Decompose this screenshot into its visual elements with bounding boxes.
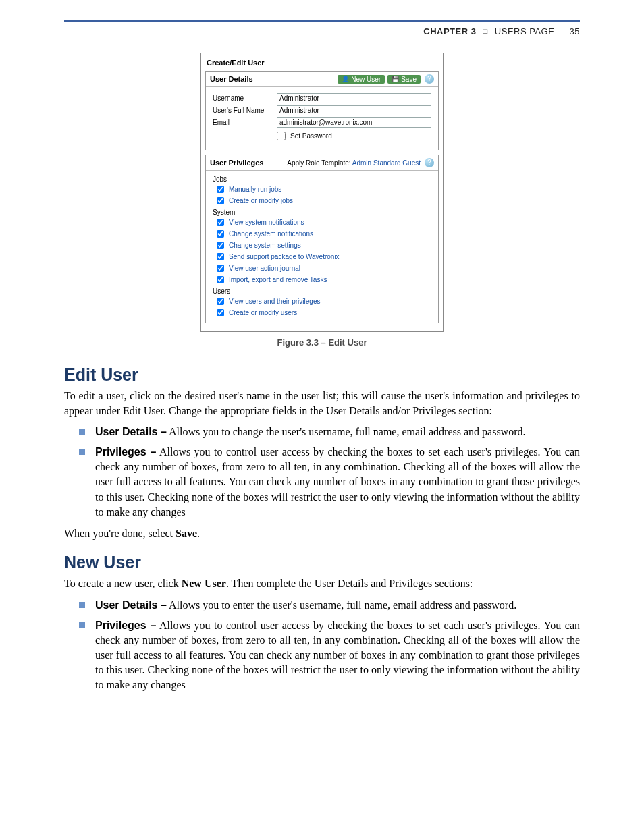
priv-checkbox[interactable] [217, 253, 224, 260]
edit-user-intro: To edit a user, click on the desired use… [64, 389, 580, 418]
header-separator-icon: □ [483, 27, 488, 35]
help-icon[interactable]: ? [425, 74, 434, 84]
priv-item: Create or modify users [214, 307, 431, 319]
intro-bold: New User [182, 578, 226, 589]
save-label: Save [401, 76, 417, 83]
save-button[interactable]: 💾 Save [387, 75, 421, 84]
role-guest-link[interactable]: Guest [402, 159, 421, 167]
priv-item: Change system notifications [214, 228, 431, 240]
figure-caption: Figure 3.3 – Edit User [64, 337, 580, 348]
bullet-text: Allows you to control user access by che… [95, 619, 580, 690]
priv-checkbox[interactable] [217, 197, 224, 204]
priv-label: Create or modify users [229, 309, 297, 316]
list-item: User Details – Allows you to enter the u… [79, 598, 580, 613]
priv-label: View users and their privileges [229, 298, 320, 305]
user-privileges-panel: User Privileges Apply Role Template: Adm… [205, 155, 439, 323]
intro-pre: To create a new user, click [64, 578, 182, 589]
priv-label: Create or modify jobs [229, 197, 293, 204]
bullet-term: User Details – [95, 426, 167, 437]
priv-item: Change system settings [214, 240, 431, 251]
intro-post: . Then complete the User Details and Pri… [226, 578, 473, 589]
priv-item: View users and their privileges [214, 296, 431, 307]
priv-checkbox[interactable] [217, 219, 224, 226]
role-admin-link[interactable]: Admin [352, 159, 371, 167]
priv-item: Send support package to Wavetronix [214, 251, 431, 263]
bullet-text: Allows you to change the user's username… [167, 426, 526, 437]
fullname-label: User's Full Name [213, 107, 277, 114]
page-header: CHAPTER 3 □ USERS PAGE 35 [64, 26, 580, 36]
priv-checkbox[interactable] [217, 276, 224, 283]
set-password-checkbox[interactable] [277, 132, 286, 140]
priv-label: Change system settings [229, 242, 301, 249]
dialog-title: Create/Edit User [205, 56, 439, 71]
priv-item: Create or modify jobs [214, 195, 431, 206]
priv-checkbox[interactable] [217, 265, 224, 272]
outro-pre: When you're done, select [64, 528, 176, 539]
outro-post: . [197, 528, 200, 539]
user-privileges-heading: User Privileges [210, 159, 287, 167]
priv-item: View system notifications [214, 217, 431, 228]
priv-label: Manually run jobs [229, 186, 281, 193]
priv-checkbox[interactable] [217, 309, 224, 316]
user-icon: 👤 [342, 76, 349, 82]
group-system: System [213, 209, 431, 216]
priv-item: Import, export and remove Tasks [214, 274, 431, 285]
bullet-term: Privileges – [95, 446, 156, 458]
new-user-bullets: User Details – Allows you to enter the u… [64, 598, 580, 692]
header-rule [64, 20, 580, 22]
priv-label: Import, export and remove Tasks [229, 276, 327, 283]
email-label: Email [213, 119, 277, 126]
list-item: User Details – Allows you to change the … [79, 424, 580, 439]
new-user-label: New User [351, 76, 381, 83]
role-template-links: Apply Role Template: Admin Standard Gues… [287, 159, 421, 167]
bullet-text: Allows you to control user access by che… [95, 446, 580, 517]
priv-checkbox[interactable] [217, 298, 224, 305]
new-user-intro: To create a new user, click New User. Th… [64, 576, 580, 591]
edit-user-outro: When you're done, select Save. [64, 526, 580, 541]
list-item: Privileges – Allows you to control user … [79, 445, 580, 519]
fullname-input[interactable] [277, 105, 431, 115]
disk-icon: 💾 [392, 76, 399, 82]
email-input[interactable] [277, 117, 431, 128]
heading-new-user: New User [64, 553, 580, 572]
priv-checkbox[interactable] [217, 230, 224, 238]
list-item: Privileges – Allows you to control user … [79, 618, 580, 692]
heading-edit-user: Edit User [64, 365, 580, 385]
user-details-heading: User Details [210, 75, 335, 83]
priv-label: Change system notifications [229, 230, 313, 238]
priv-item: Manually run jobs [214, 184, 431, 195]
new-user-button[interactable]: 👤 New User [338, 75, 385, 84]
apply-role-label: Apply Role Template: [287, 159, 350, 167]
priv-item: View user action journal [214, 263, 431, 274]
help-icon[interactable]: ? [425, 158, 434, 167]
edit-user-bullets: User Details – Allows you to change the … [64, 424, 580, 519]
create-edit-user-dialog: Create/Edit User User Details 👤 New User… [200, 53, 444, 332]
bullet-text: Allows you to enter the user's username,… [167, 599, 516, 611]
priv-checkbox[interactable] [217, 186, 224, 193]
user-details-panel: User Details 👤 New User 💾 Save ? Usernam… [205, 71, 439, 150]
chapter-label: CHAPTER 3 [423, 26, 476, 36]
section-label: USERS PAGE [495, 26, 555, 36]
priv-label: Send support package to Wavetronix [229, 253, 340, 260]
username-label: Username [213, 94, 277, 102]
priv-label: View system notifications [229, 219, 304, 226]
outro-bold: Save [176, 528, 197, 539]
role-standard-link[interactable]: Standard [373, 159, 401, 167]
bullet-term: User Details – [95, 599, 167, 611]
set-password-label: Set Password [290, 132, 332, 140]
group-jobs: Jobs [213, 175, 431, 183]
group-users: Users [213, 287, 431, 295]
bullet-term: Privileges – [95, 619, 156, 631]
priv-label: View user action journal [229, 265, 300, 272]
priv-checkbox[interactable] [217, 242, 224, 249]
username-input[interactable] [277, 93, 431, 103]
page-number: 35 [570, 26, 580, 36]
